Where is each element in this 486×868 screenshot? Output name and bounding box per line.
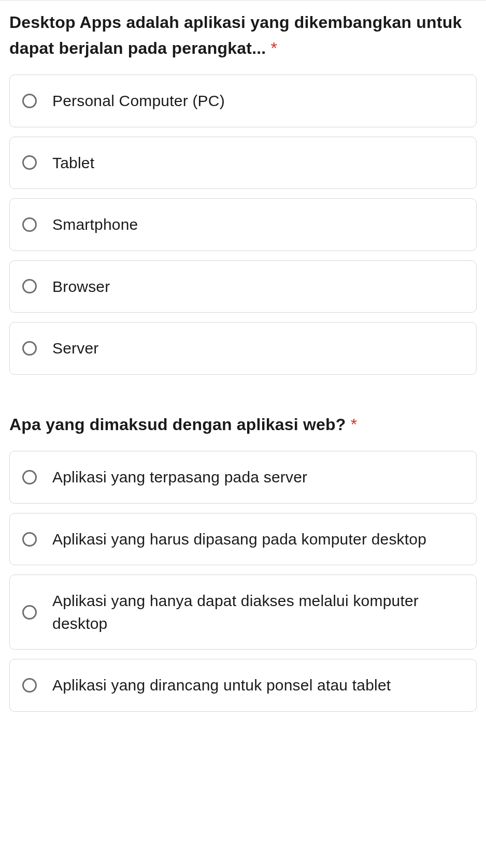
option-label: Aplikasi yang harus dipasang pada komput… xyxy=(52,528,426,551)
required-mark-icon: * xyxy=(271,39,278,57)
radio-circle-icon xyxy=(22,217,37,232)
radio-circle-icon xyxy=(22,678,37,693)
radio-option-q2-4[interactable]: Aplikasi yang dirancang untuk ponsel ata… xyxy=(9,659,477,712)
option-label: Aplikasi yang hanya dapat diakses melalu… xyxy=(52,590,464,635)
required-mark-icon: * xyxy=(351,415,358,434)
radio-option-q1-2[interactable]: Tablet xyxy=(9,137,477,189)
radio-option-q1-3[interactable]: Smartphone xyxy=(9,198,477,251)
radio-option-q2-3[interactable]: Aplikasi yang hanya dapat diakses melalu… xyxy=(9,575,477,650)
radio-circle-icon xyxy=(22,155,37,170)
question-title-2: Apa yang dimaksud dengan aplikasi web? * xyxy=(9,412,477,438)
radio-circle-icon xyxy=(22,279,37,293)
radio-option-q1-5[interactable]: Server xyxy=(9,322,477,375)
option-label: Tablet xyxy=(52,152,94,174)
question-block-1: Desktop Apps adalah aplikasi yang dikemb… xyxy=(9,10,477,375)
radio-circle-icon xyxy=(22,94,37,108)
option-label: Aplikasi yang dirancang untuk ponsel ata… xyxy=(52,674,391,697)
option-label: Server xyxy=(52,337,99,360)
radio-circle-icon xyxy=(22,470,37,484)
radio-circle-icon xyxy=(22,605,37,620)
question-text-1: Desktop Apps adalah aplikasi yang dikemb… xyxy=(9,13,462,57)
form-container: Desktop Apps adalah aplikasi yang dikemb… xyxy=(0,0,486,712)
question-text-2: Apa yang dimaksud dengan aplikasi web? xyxy=(9,415,346,434)
option-label: Aplikasi yang terpasang pada server xyxy=(52,466,307,489)
radio-circle-icon xyxy=(22,532,37,547)
question-title-1: Desktop Apps adalah aplikasi yang dikemb… xyxy=(9,10,477,61)
radio-circle-icon xyxy=(22,341,37,356)
radio-option-q1-4[interactable]: Browser xyxy=(9,260,477,313)
radio-option-q2-2[interactable]: Aplikasi yang harus dipasang pada komput… xyxy=(9,513,477,566)
option-label: Browser xyxy=(52,275,110,298)
radio-option-q2-1[interactable]: Aplikasi yang terpasang pada server xyxy=(9,451,477,504)
question-block-2: Apa yang dimaksud dengan aplikasi web? *… xyxy=(9,412,477,712)
radio-option-q1-1[interactable]: Personal Computer (PC) xyxy=(9,75,477,127)
option-label: Personal Computer (PC) xyxy=(52,90,225,112)
option-label: Smartphone xyxy=(52,213,138,236)
